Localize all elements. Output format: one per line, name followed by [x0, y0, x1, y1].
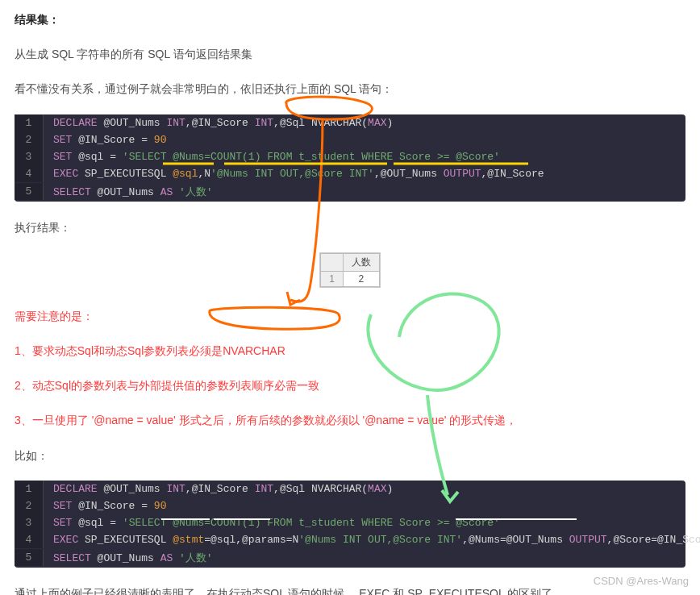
code-line: 1DECLARE @OUT_Nums INT,@IN_Score INT,@Sq… — [15, 114, 685, 131]
code-line: 4EXEC SP_EXECUTESQL @stmt=@sql,@params=N… — [15, 531, 685, 548]
code-block-1: 1DECLARE @OUT_Nums INT,@IN_Score INT,@Sq… — [15, 114, 685, 202]
code-block-2: 1DECLARE @OUT_Nums INT,@IN_Score INT,@Sq… — [15, 481, 685, 568]
code-line: 4EXEC SP_EXECUTESQL @sql,N'@Nums INT OUT… — [15, 165, 685, 182]
orange-arrowhead — [287, 292, 300, 305]
code-line: 5SELECT @OUT_Nums AS '人数' — [15, 182, 685, 202]
para-exec-result: 执行结果： — [15, 218, 685, 238]
code-line: 3SET @sql = 'SELECT @Nums=COUNT(1) FROM … — [15, 514, 685, 531]
result-value-cell: 2 — [343, 271, 379, 286]
para-example2-intro: 比如： — [15, 446, 685, 466]
line-number: 3 — [15, 514, 44, 531]
line-number: 5 — [15, 183, 44, 200]
line-number: 5 — [15, 549, 44, 566]
line-number: 2 — [15, 131, 44, 148]
note-2: 2、动态Sql的参数列表与外部提供值的参数列表顺序必需一致 — [15, 376, 685, 396]
result-table: 人数 12 — [319, 252, 381, 288]
para-desc: 从生成 SQL 字符串的所有 SQL 语句返回结果集 — [15, 44, 685, 64]
line-number: 2 — [15, 497, 44, 514]
result-container: 人数 12 — [15, 252, 685, 290]
code-line: 5SELECT @OUT_Nums AS '人数' — [15, 548, 685, 568]
code-line: 2SET @IN_Score = 90 — [15, 131, 685, 148]
code-line: 3SET @sql = 'SELECT @Nums=COUNT(1) FROM … — [15, 148, 685, 165]
notes-heading: 需要注意的是： — [15, 306, 685, 327]
result-idx-header — [321, 253, 344, 271]
code-line: 2SET @IN_Score = 90 — [15, 497, 685, 514]
result-idx-cell: 1 — [321, 271, 344, 286]
line-number: 3 — [15, 148, 44, 165]
heading-result: 结果集： — [15, 10, 685, 30]
para-conclusion: 通过上面的例子已经很清晰的表明了，在执行动态SQL 语句的时候， EXEC 和 … — [15, 584, 685, 595]
para-example-intro: 看不懂没有关系，通过例子就会非常明白的，依旧还执行上面的 SQL 语句： — [15, 79, 685, 99]
result-header: 人数 — [343, 253, 379, 271]
watermark: CSDN @Ares-Wang — [594, 575, 689, 587]
line-number: 1 — [15, 114, 44, 131]
note-1: 1、要求动态Sql和动态Sql参数列表必须是NVARCHAR — [15, 341, 685, 361]
code-line: 1DECLARE @OUT_Nums INT,@IN_Score INT,@Sq… — [15, 481, 685, 497]
line-number: 1 — [15, 481, 44, 497]
line-number: 4 — [15, 165, 44, 182]
note-3: 3、一旦使用了 '@name = value' 形式之后，所有后续的参数就必须以… — [15, 410, 685, 431]
line-number: 4 — [15, 531, 44, 548]
